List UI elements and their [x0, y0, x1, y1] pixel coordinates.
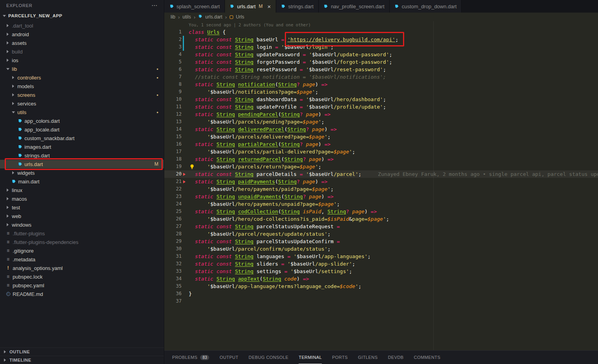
tree-folder-controllers[interactable]: controllers● — [0, 73, 164, 82]
breadcrumb-symbol[interactable]: Urls — [236, 14, 244, 20]
close-icon[interactable]: × — [267, 4, 271, 9]
panel-tab-terminal[interactable]: TERMINAL — [299, 351, 322, 364]
code-line-5[interactable]: 5 static const String forgotPassword = '… — [164, 58, 598, 66]
line-number[interactable]: 19 — [164, 163, 182, 170]
breadcrumb-file[interactable]: urls.dart — [205, 14, 222, 20]
tree-folder-windows[interactable]: windows — [0, 220, 164, 229]
code-line-30[interactable]: 30 '$baseUrl/parcel/confirm/update/statu… — [164, 245, 598, 253]
code-line-26[interactable]: 26 '$baseUrl/hero/cod-collections?is_pai… — [164, 215, 598, 223]
line-number[interactable]: 13 — [164, 118, 182, 126]
tree-file-.flutter-plugins-dependencies[interactable]: ≡.flutter-plugins-dependencies — [0, 238, 164, 246]
line-number[interactable]: 25 — [164, 208, 182, 215]
panel-tab-output[interactable]: OUTPUT — [219, 351, 238, 364]
line-number[interactable]: 21 — [164, 178, 182, 185]
code-line-7[interactable]: 7 //static const String notification = '… — [164, 73, 598, 81]
tree-file-README.md[interactable]: iREADME.md — [0, 290, 164, 298]
code-line-6[interactable]: 6 static const String resetPassword = '$… — [164, 66, 598, 73]
panel-tab-devdb[interactable]: DEVDB — [388, 351, 404, 364]
tree-folder-models[interactable]: models — [0, 82, 164, 91]
code-line-35[interactable]: 35 '$baseUrl/app-language/terms?language… — [164, 283, 598, 290]
line-number[interactable]: 37 — [164, 297, 182, 305]
code-line-28[interactable]: 28 '$baseUrl/parcel/request/update/statu… — [164, 230, 598, 238]
more-actions-icon[interactable]: ⋯ — [151, 2, 158, 9]
panel-tab-gitlens[interactable]: GITLENS — [358, 351, 378, 364]
line-number[interactable]: 29 — [164, 238, 182, 245]
tree-file-main.dart[interactable]: main.dart — [0, 177, 164, 186]
panel-tab-problems[interactable]: PROBLEMS83 — [172, 351, 209, 364]
code-line-4[interactable]: 4 static const String updatePassword = '… — [164, 51, 598, 58]
tab-nav_profile_screen.dart[interactable]: nav_profile_screen.dart — [319, 0, 390, 13]
tree-folder-test[interactable]: test — [0, 203, 164, 212]
outline-section-header[interactable]: OUTLINE — [0, 347, 164, 356]
tree-file-app_colors.dart[interactable]: app_colors.dart — [0, 116, 164, 125]
tree-file-strings.dart[interactable]: strings.dart — [0, 151, 164, 160]
line-number[interactable]: 18 — [164, 155, 182, 163]
line-number[interactable]: 28 — [164, 230, 182, 238]
tab-urls.dart[interactable]: urls.dartM× — [225, 0, 276, 13]
code-line-29[interactable]: 29 static const String parcelStatusUpdat… — [164, 238, 598, 245]
line-number[interactable]: 10 — [164, 96, 182, 103]
tab-strings.dart[interactable]: strings.dart — [276, 0, 319, 13]
tree-folder-lib[interactable]: lib● — [0, 65, 164, 73]
code-line-12[interactable]: 12 static String pendingParcel(String? p… — [164, 111, 598, 118]
code-line-23[interactable]: 23 static String unpaidPayments(String? … — [164, 193, 598, 200]
code-line-16[interactable]: 16 static String partialParcel(String? p… — [164, 140, 598, 148]
tree-folder-assets[interactable]: assets — [0, 39, 164, 47]
tree-file-analysis_options.yaml[interactable]: !analysis_options.yaml — [0, 264, 164, 272]
tab-custom_drop_down.dart[interactable]: custom_drop_down.dart — [390, 0, 462, 13]
line-number[interactable]: 16 — [164, 140, 182, 148]
breadcrumb-folder-utils[interactable]: utils — [182, 14, 191, 20]
line-number[interactable]: 17 — [164, 148, 182, 155]
code-line-13[interactable]: 13 '$baseUrl/parcels/pending?page=$page'… — [164, 118, 598, 126]
panel-tab-comments[interactable]: COMMENTS — [414, 351, 440, 364]
code-line-37[interactable]: 37 — [164, 297, 598, 305]
code-line-25[interactable]: 25 static String codCollection(String is… — [164, 208, 598, 215]
line-number[interactable]: 9 — [164, 88, 182, 96]
code-line-20[interactable]: 20 static const String parcelDetails = '… — [164, 170, 598, 178]
line-number[interactable]: 35 — [164, 283, 182, 290]
line-number[interactable]: 6 — [164, 66, 182, 73]
tree-folder-web[interactable]: web — [0, 212, 164, 220]
panel-tab-debug-console[interactable]: DEBUG CONSOLE — [249, 351, 288, 364]
tree-folder-linux[interactable]: linux — [0, 186, 164, 194]
code-line-19[interactable]: 19 '$baseUrl/parcels/return?page=$page'; — [164, 163, 598, 170]
tree-file-pubspec.lock[interactable]: ≡pubspec.lock — [0, 272, 164, 281]
code-line-1[interactable]: 1class Urls { — [164, 28, 598, 36]
line-number[interactable]: 8 — [164, 81, 182, 88]
code-line-3[interactable]: 3 static const String login = '$baseUrl/… — [164, 43, 598, 51]
line-number[interactable]: 22 — [164, 185, 182, 193]
line-number[interactable]: 7 — [164, 73, 182, 81]
line-number[interactable]: 31 — [164, 253, 182, 260]
tree-folder-screens[interactable]: screens● — [0, 91, 164, 99]
tree-file-app_locale.dart[interactable]: app_locale.dart — [0, 125, 164, 134]
panel-tab-ports[interactable]: PORTS — [332, 351, 348, 364]
code-line-14[interactable]: 14 static String deliveredParcel(String?… — [164, 126, 598, 133]
code-line-24[interactable]: 24 '$baseUrl/hero/payments/unpaid?page=$… — [164, 200, 598, 208]
line-number[interactable]: 33 — [164, 268, 182, 275]
line-number[interactable]: 2 — [164, 36, 182, 43]
code-line-10[interactable]: 10 static const String dashboardData = '… — [164, 96, 598, 103]
line-number[interactable]: 26 — [164, 215, 182, 223]
line-number[interactable]: 36 — [164, 290, 182, 297]
line-number[interactable]: 24 — [164, 200, 182, 208]
tree-folder-android[interactable]: android — [0, 30, 164, 39]
code-line-17[interactable]: 17 '$baseUrl/parcels/partial-delivered?p… — [164, 148, 598, 155]
lightbulb-icon[interactable] — [189, 164, 195, 170]
tab-splash_screen.dart[interactable]: splash_screen.dart — [164, 0, 225, 13]
tree-file-custom_snackbar.dart[interactable]: custom_snackbar.dart — [0, 134, 164, 142]
code-line-22[interactable]: 22 '$baseUrl/hero/payments/paid?page=$pa… — [164, 185, 598, 193]
code-line-11[interactable]: 11 static const String updateProfile = '… — [164, 103, 598, 111]
tree-file-.flutter-plugins[interactable]: ≡.flutter-plugins — [0, 229, 164, 238]
tree-file-images.dart[interactable]: images.dart — [0, 142, 164, 151]
code-line-21[interactable]: 21 static String paidPayments(String? pa… — [164, 178, 598, 185]
code-line-33[interactable]: 33 static const String settings = '$base… — [164, 268, 598, 275]
timeline-section-header[interactable]: TIMELINE — [0, 356, 164, 364]
line-number[interactable]: 11 — [164, 103, 182, 111]
code-line-18[interactable]: 18 static String returnedParcel(String? … — [164, 155, 598, 163]
code-line-15[interactable]: 15 '$baseUrl/parcels/delivered?page=$pag… — [164, 133, 598, 140]
code-line-9[interactable]: 9 '$baseUrl/notifications?page=$page'; — [164, 88, 598, 96]
breadcrumb-folder-lib[interactable]: lib — [171, 14, 175, 20]
line-number[interactable]: 4 — [164, 51, 182, 58]
line-number[interactable]: 15 — [164, 133, 182, 140]
code-line-32[interactable]: 32 static const String sliders = '$baseU… — [164, 260, 598, 268]
